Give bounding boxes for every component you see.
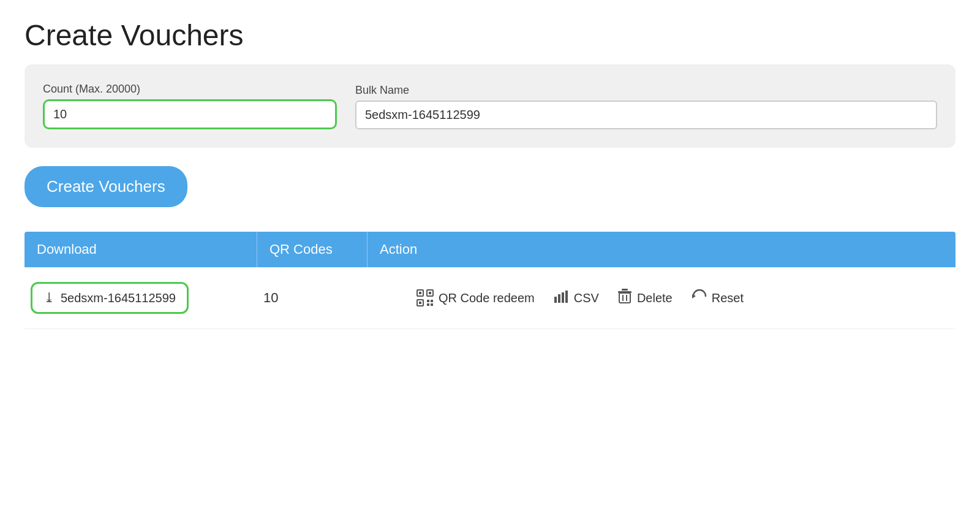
- reset-button[interactable]: Reset: [691, 288, 744, 308]
- qr-icon: [417, 289, 434, 306]
- count-label: Count (Max. 20000): [43, 83, 337, 96]
- delete-button[interactable]: Delete: [617, 288, 673, 308]
- download-icon: ⤓: [43, 290, 55, 306]
- csv-icon: [553, 288, 569, 308]
- reset-label: Reset: [712, 291, 744, 305]
- form-row: Count (Max. 20000) Bulk Name: [43, 83, 937, 129]
- reset-icon: [691, 288, 707, 308]
- delete-label: Delete: [637, 291, 673, 305]
- svg-rect-15: [622, 289, 628, 291]
- csv-button[interactable]: CSV: [553, 288, 599, 308]
- svg-rect-13: [565, 291, 568, 303]
- svg-rect-12: [562, 292, 564, 303]
- svg-rect-6: [427, 300, 429, 302]
- svg-rect-10: [554, 297, 557, 303]
- download-link[interactable]: ⤓ 5edsxm-1645112599: [31, 282, 189, 314]
- col-header-qr: QR Codes: [257, 232, 368, 267]
- count-group: Count (Max. 20000): [43, 83, 337, 129]
- svg-rect-9: [431, 303, 433, 306]
- bulk-name-label: Bulk Name: [355, 84, 937, 97]
- bulk-name-group: Bulk Name: [355, 84, 937, 129]
- action-cell: QR Code redeem CSV: [417, 288, 956, 308]
- download-filename: 5edsxm-1645112599: [61, 291, 176, 305]
- svg-rect-11: [558, 294, 560, 303]
- col-header-download: Download: [24, 232, 257, 267]
- col-header-action: Action: [368, 232, 956, 267]
- count-input[interactable]: [43, 99, 337, 129]
- delete-icon: [617, 288, 632, 308]
- download-cell: ⤓ 5edsxm-1645112599: [24, 282, 257, 314]
- svg-rect-3: [429, 292, 431, 294]
- table-row: ⤓ 5edsxm-1645112599 10: [24, 267, 956, 329]
- table-header: Download QR Codes Action: [24, 232, 956, 267]
- svg-rect-1: [419, 292, 421, 294]
- svg-rect-8: [427, 303, 429, 306]
- svg-rect-7: [431, 300, 433, 302]
- page-title: Create Vouchers: [24, 18, 956, 52]
- csv-label: CSV: [574, 291, 599, 305]
- count-cell: 10: [257, 290, 306, 306]
- svg-rect-5: [419, 302, 421, 304]
- qr-code-redeem-label: QR Code redeem: [439, 291, 535, 305]
- svg-rect-16: [619, 293, 630, 303]
- bulk-name-input[interactable]: [355, 101, 937, 129]
- form-panel: Count (Max. 20000) Bulk Name: [24, 64, 956, 148]
- vouchers-table: Download QR Codes Action ⤓ 5edsxm-164511…: [24, 232, 956, 329]
- create-vouchers-button[interactable]: Create Vouchers: [24, 166, 187, 207]
- qr-code-redeem-button[interactable]: QR Code redeem: [417, 289, 535, 306]
